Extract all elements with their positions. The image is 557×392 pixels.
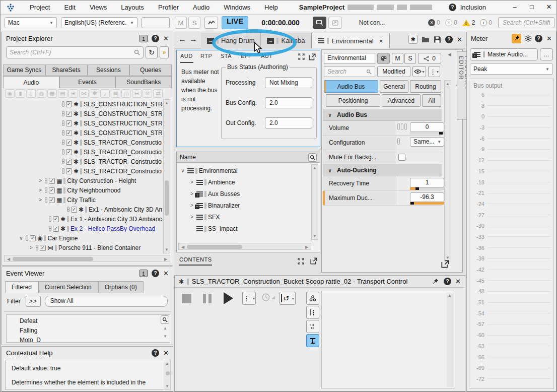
chevron-right-icon[interactable]: > xyxy=(28,245,34,250)
chevron-right-icon[interactable]: > xyxy=(189,214,195,220)
tab-game-syncs[interactable]: Game Syncs xyxy=(3,64,45,76)
effect-icon[interactable]: ⇄ xyxy=(153,89,163,98)
menu-help[interactable]: Help xyxy=(257,1,285,15)
include-checkbox[interactable]: ✓ xyxy=(66,159,72,165)
section-header-auto-ducking[interactable]: ∨Auto-Ducking xyxy=(323,165,442,176)
rtpc-pill-icon[interactable] xyxy=(397,138,400,145)
tab-all[interactable]: All xyxy=(422,94,441,107)
tab-audio[interactable]: Audio xyxy=(3,76,59,88)
modified-filter-button[interactable]: Modified xyxy=(377,66,410,77)
solo-button[interactable]: S xyxy=(404,53,416,64)
instance-badge[interactable]: 1 xyxy=(140,270,148,277)
refresh-button[interactable]: ↻ xyxy=(146,46,158,58)
menu-views[interactable]: Views xyxy=(83,1,114,15)
close-panel-icon[interactable]: ✕ xyxy=(163,35,169,42)
help-scrollbar[interactable]: ▲ ▼ xyxy=(164,360,171,390)
tab-events[interactable]: Events xyxy=(59,76,116,88)
solo-button[interactable]: S xyxy=(188,17,200,29)
bus-tree-row[interactable]: >Ambience xyxy=(177,176,320,188)
include-checkbox[interactable]: ✓ xyxy=(53,226,59,232)
property-search-input[interactable]: Search xyxy=(327,68,366,75)
expand-chevrons-button[interactable]: » xyxy=(160,46,169,58)
include-checkbox[interactable]: ✓ xyxy=(66,130,72,136)
include-checkbox[interactable]: ✓ xyxy=(66,111,72,117)
editor-tab-environmental[interactable]: Environmental✕ xyxy=(311,33,390,48)
tree-row[interactable]: >✓⋈Porsche 911 - Blend Container xyxy=(4,243,162,252)
value-slider[interactable] xyxy=(410,202,444,205)
meter-more-button[interactable]: ... xyxy=(540,48,553,60)
random-container-icon[interactable]: ▦ xyxy=(47,89,57,98)
close-panel-icon[interactable]: ✕ xyxy=(455,278,461,285)
tree-row[interactable]: ∨✓◉Car Engine xyxy=(4,233,162,243)
menu-project[interactable]: Project xyxy=(23,1,57,15)
transport-kebab-button[interactable]: ⋮▾ xyxy=(242,292,256,305)
error2-icon[interactable]: ✕ xyxy=(445,19,452,26)
external-link-icon[interactable] xyxy=(310,257,317,265)
expand-icon[interactable] xyxy=(298,53,305,60)
folder-icon[interactable]: ▮ xyxy=(16,89,25,98)
chevron-right-icon[interactable]: > xyxy=(37,178,43,183)
list-search-button[interactable] xyxy=(161,315,169,324)
include-checkbox[interactable]: ✓ xyxy=(49,187,55,193)
actor-mixer-icon[interactable]: ◍ xyxy=(37,89,46,98)
language-select[interactable]: English(US) (Referenc...▼ xyxy=(61,17,137,28)
include-checkbox[interactable]: ✓ xyxy=(66,149,72,155)
motion-icon[interactable]: ⊠ xyxy=(143,89,152,98)
tree-search-button[interactable] xyxy=(308,153,317,162)
menu-profiler[interactable]: Profiler xyxy=(151,1,186,15)
meter-bus-button[interactable]: Master Audio... xyxy=(470,48,538,60)
include-checkbox[interactable]: ✓ xyxy=(30,235,36,241)
property-vscrollbar[interactable]: ▲▼ xyxy=(444,80,451,262)
instance-badge[interactable]: 1 xyxy=(140,35,148,42)
value-slider[interactable] xyxy=(410,187,444,190)
tree-row[interactable]: ✓✱SLS_TRACTOR_Construction_B xyxy=(4,138,162,147)
sequence-container-icon[interactable]: ▤ xyxy=(58,89,67,98)
rtpc-pill-icon[interactable] xyxy=(397,123,400,130)
mute-button[interactable]: M xyxy=(392,53,403,64)
close-button[interactable]: ✕ xyxy=(540,1,557,15)
tree-row[interactable]: ✓✱SLS_TRACTOR_Construction_N xyxy=(4,166,162,176)
bus-tree-row[interactable]: ∨Environmental xyxy=(177,165,320,176)
tree-row[interactable]: ✓✱Ex 2 - Helico PassBy Overhead xyxy=(4,224,162,233)
tree-row[interactable]: ✓✱Ex1 - Ambisonic City 3D Ambianc xyxy=(4,205,162,214)
help-icon[interactable]: ? xyxy=(445,36,453,43)
external-link-icon[interactable] xyxy=(309,53,316,60)
tree-row[interactable]: ✓✱SLS_CONSTRUCTION_STREET_ xyxy=(4,99,162,109)
tree-row[interactable]: ✓✱Ex 1 - Ambisonic City 3D Ambiance xyxy=(4,214,162,224)
menu-audio[interactable]: Audio xyxy=(186,1,217,15)
sound-voice-icon[interactable]: ♪ xyxy=(100,89,110,98)
reset-button[interactable]: ↺▾ xyxy=(280,292,296,305)
layout-star-button[interactable]: ✱ xyxy=(408,35,417,44)
global-search-input[interactable] xyxy=(498,17,554,28)
sharesets-button[interactable]: 0 xyxy=(418,53,441,64)
sound-sfx-icon[interactable]: ✱ xyxy=(90,89,99,98)
tab-orphans-0[interactable]: Orphans (0) xyxy=(98,281,144,293)
section-header-audio-bus[interactable]: ∨Audio Bus xyxy=(323,109,442,121)
property-checkbox[interactable] xyxy=(398,154,405,161)
mute-button[interactable]: M xyxy=(175,17,187,29)
tree-hscrollbar[interactable]: ◀ ▶ xyxy=(4,255,170,262)
pin-icon[interactable] xyxy=(432,278,439,285)
help-icon[interactable]: ? xyxy=(535,35,542,42)
tree-row[interactable]: ✓✱SLS_CONSTRUCTION_STREET_ xyxy=(4,118,162,128)
play-button[interactable] xyxy=(224,292,233,304)
graph-display-button[interactable] xyxy=(306,320,319,333)
tree-row[interactable]: >✓▦City Traffic xyxy=(4,195,162,205)
minimize-button[interactable]: – xyxy=(506,1,523,15)
close-tab-icon[interactable]: ✕ xyxy=(379,38,383,44)
bus-tree-row[interactable]: >Binauralizer xyxy=(177,200,320,211)
empty-field[interactable] xyxy=(142,17,170,28)
include-checkbox[interactable]: ✓ xyxy=(49,178,55,184)
switch-container-icon[interactable]: ⊞ xyxy=(68,89,78,98)
include-checkbox[interactable]: ✓ xyxy=(66,140,72,146)
filter-value-field[interactable]: Show All xyxy=(45,296,168,307)
music-playlist-icon[interactable]: ◫ xyxy=(121,89,131,98)
help-icon[interactable]: ? xyxy=(152,35,159,42)
collapse-left-icon[interactable]: ◀ xyxy=(448,52,451,57)
object-name-field[interactable]: Environmental xyxy=(324,53,375,64)
tree-row[interactable]: >✓▦City Neighbourhood xyxy=(4,185,162,195)
save-icon[interactable] xyxy=(434,36,441,43)
stop-button[interactable] xyxy=(182,294,191,303)
chevron-right-icon[interactable]: > xyxy=(189,203,195,208)
include-checkbox[interactable]: ✓ xyxy=(66,168,72,174)
